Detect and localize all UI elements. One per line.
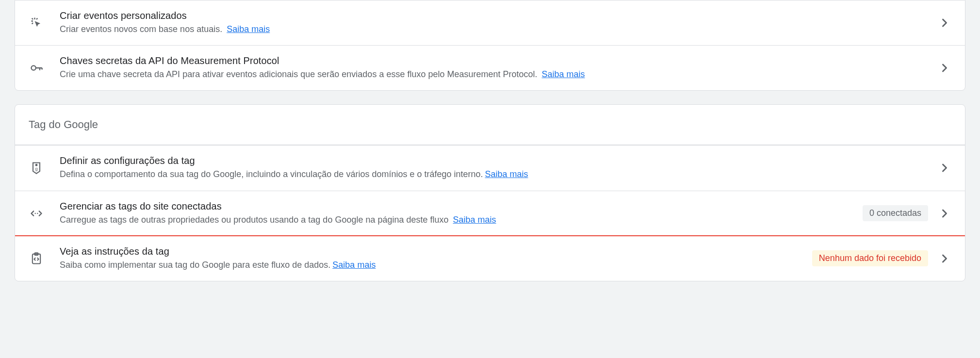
- learn-more-link[interactable]: Saiba mais: [542, 69, 585, 79]
- row-title: Definir as configurações da tag: [60, 155, 928, 166]
- chevron-right-icon: [938, 161, 951, 175]
- tag-label-icon: g: [29, 160, 44, 176]
- chevron-right-icon: [938, 252, 951, 265]
- clipboard-code-icon: [29, 251, 44, 266]
- row-title: Veja as instruções da tag: [60, 246, 804, 257]
- connected-count-badge: 0 conectadas: [863, 205, 928, 221]
- learn-more-link[interactable]: Saiba mais: [453, 215, 496, 225]
- svg-text:g: g: [35, 166, 37, 171]
- tag-settings-row[interactable]: g Definir as configurações da tag Defina…: [15, 145, 965, 190]
- code-brackets-icon: [29, 206, 44, 221]
- row-description: Crie uma chave secreta da API para ativa…: [60, 68, 928, 81]
- learn-more-link[interactable]: Saiba mais: [332, 260, 376, 270]
- row-body: Definir as configurações da tag Defina o…: [60, 155, 928, 180]
- chevron-right-icon: [938, 16, 951, 30]
- svg-point-11: [35, 212, 36, 213]
- row-body: Gerenciar as tags do site conectadas Car…: [60, 201, 855, 226]
- learn-more-link[interactable]: Saiba mais: [485, 169, 528, 179]
- svg-point-5: [32, 66, 36, 70]
- row-body: Criar eventos personalizados Criar event…: [60, 10, 928, 35]
- svg-line-1: [36, 18, 37, 19]
- row-description: Saiba como implementar sua tag do Google…: [60, 259, 804, 271]
- svg-line-2: [32, 23, 33, 24]
- events-card: Criar eventos personalizados Criar event…: [15, 0, 965, 91]
- chevron-right-icon: [938, 61, 951, 75]
- row-body: Chaves secretas da API do Measurement Pr…: [60, 55, 928, 81]
- google-tag-card: Tag do Google g Definir as configurações…: [15, 104, 965, 281]
- api-secrets-row[interactable]: Chaves secretas da API do Measurement Pr…: [15, 45, 965, 90]
- row-description: Defina o comportamento da sua tag do Goo…: [60, 168, 928, 180]
- row-body: Veja as instruções da tag Saiba como imp…: [60, 246, 804, 271]
- key-icon: [29, 60, 44, 76]
- svg-line-0: [32, 18, 33, 19]
- row-title: Criar eventos personalizados: [60, 10, 928, 21]
- section-header: Tag do Google: [15, 105, 965, 145]
- no-data-warning-badge: Nenhum dado foi recebido: [812, 250, 928, 266]
- row-description: Criar eventos novos com base nos atuais.…: [60, 23, 928, 35]
- create-custom-events-row[interactable]: Criar eventos personalizados Criar event…: [15, 0, 965, 45]
- row-description: Carregue as tags de outras propriedades …: [60, 214, 855, 226]
- svg-point-9: [36, 164, 37, 166]
- chevron-right-icon: [938, 207, 951, 220]
- svg-point-12: [37, 212, 38, 213]
- connected-site-tags-row[interactable]: Gerenciar as tags do site conectadas Car…: [15, 191, 965, 236]
- tag-instructions-row[interactable]: Veja as instruções da tag Saiba como imp…: [15, 236, 965, 281]
- cursor-click-icon: [29, 15, 44, 31]
- row-title: Chaves secretas da API do Measurement Pr…: [60, 55, 928, 66]
- row-title: Gerenciar as tags do site conectadas: [60, 201, 855, 212]
- learn-more-link[interactable]: Saiba mais: [227, 24, 270, 34]
